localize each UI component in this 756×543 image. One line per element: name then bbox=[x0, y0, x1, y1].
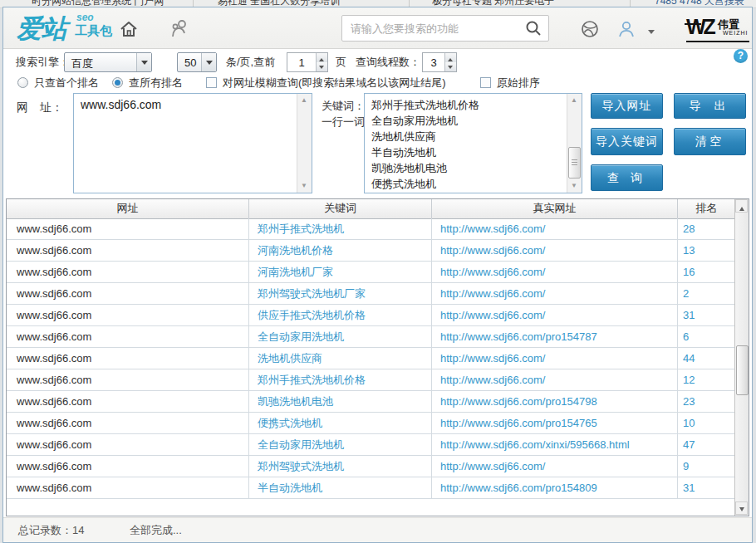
cell-keyword: 河南洗地机厂家 bbox=[249, 262, 432, 283]
column-header-rank[interactable]: 排名 bbox=[678, 199, 735, 218]
url-scrollbar: ▲ ▼ bbox=[297, 94, 312, 193]
cell-url: www.sdj66.com bbox=[7, 434, 249, 456]
cell-keyword: 半自动洗地机 bbox=[249, 477, 432, 499]
scroll-down-icon[interactable]: ▼ bbox=[567, 179, 581, 193]
cell-url: www.sdj66.com bbox=[7, 218, 249, 240]
cell-rank: 2 bbox=[678, 283, 735, 305]
cell-keyword: 便携式洗地机 bbox=[249, 413, 432, 434]
scroll-down-icon[interactable] bbox=[735, 501, 748, 515]
cell-url: www.sdj66.com bbox=[7, 413, 249, 434]
radio-all-ranks-label[interactable]: 查所有排名 bbox=[129, 76, 183, 90]
cell-url: www.sdj66.com bbox=[7, 262, 249, 283]
brand-wz-text: WZ bbox=[686, 16, 714, 37]
cell-real-url: http://www.sdj66.com/ bbox=[432, 456, 678, 477]
import-urls-button[interactable]: 导入网址 bbox=[591, 93, 663, 119]
scrollbar-thumb[interactable] bbox=[736, 345, 749, 395]
query-button[interactable]: 查 询 bbox=[591, 164, 663, 191]
table-row[interactable]: www.sdj66.com 郑州驾驶式洗地机 http://www.sdj66.… bbox=[7, 456, 735, 477]
user-account-icon[interactable] bbox=[616, 19, 638, 41]
scroll-up-icon[interactable]: ▲ bbox=[567, 94, 581, 107]
cell-keyword: 供应手推式洗地机价格 bbox=[249, 305, 432, 326]
cell-rank: 47 bbox=[678, 434, 735, 456]
cell-real-url: http://www.sdj66.com/pro154809 bbox=[432, 477, 678, 499]
dropdown-arrow-zone bbox=[136, 53, 151, 71]
url-textarea[interactable]: www.sdj66.com ▲ ▼ bbox=[73, 93, 312, 193]
table-row[interactable]: www.sdj66.com 半自动洗地机 http://www.sdj66.co… bbox=[7, 477, 735, 499]
table-row[interactable]: www.sdj66.com 洗地机供应商 http://www.sdj66.co… bbox=[7, 348, 735, 369]
keywords-textarea[interactable]: 郑州手推式洗地机价格 全自动家用洗地机 洗地机供应商 半自动洗地机 凯驰洗地机电… bbox=[364, 93, 582, 193]
radio-first-rank-label[interactable]: 只查首个排名 bbox=[34, 76, 99, 90]
threads-stepper[interactable]: 3 bbox=[422, 52, 457, 72]
checkbox-original-order[interactable] bbox=[480, 77, 491, 88]
column-header-keyword[interactable]: 关键词 bbox=[249, 199, 432, 218]
chevron-down-icon[interactable] bbox=[648, 30, 655, 37]
cell-url: www.sdj66.com bbox=[7, 283, 249, 305]
column-header-real-url[interactable]: 真实网址 bbox=[432, 199, 678, 218]
radio-first-rank-only[interactable] bbox=[17, 77, 28, 88]
table-row[interactable]: www.sdj66.com 全自动家用洗地机 http://www.sdj66.… bbox=[7, 434, 735, 456]
clear-button[interactable]: 清空 bbox=[674, 128, 746, 155]
logo-text: 爱站 bbox=[17, 12, 66, 46]
table-row[interactable]: www.sdj66.com 供应手推式洗地机价格 http://www.sdj6… bbox=[7, 305, 735, 326]
cell-keyword: 全自动家用洗地机 bbox=[249, 326, 432, 348]
weizhi-brand-logo: WZ 伟置 WEIZHI bbox=[686, 16, 749, 42]
aizhan-logo[interactable]: 爱站 seo 工具包 bbox=[17, 12, 116, 45]
scroll-down-icon[interactable]: ▼ bbox=[297, 179, 311, 193]
cell-url: www.sdj66.com bbox=[7, 348, 249, 369]
per-page-label: 条/页,查前 bbox=[226, 52, 275, 72]
search-engine-select[interactable]: 百度 bbox=[64, 52, 152, 72]
stepper-buttons bbox=[316, 53, 327, 71]
user-link-icon[interactable] bbox=[168, 18, 189, 40]
status-bar: 总记录数：14 全部完成... bbox=[3, 517, 752, 542]
results-table: 网址 关键词 真实网址 排名 www.sdj66.com 郑州手推式洗地机 ht… bbox=[6, 198, 749, 516]
brand-decor bbox=[685, 23, 701, 25]
stepper-down-icon[interactable] bbox=[317, 62, 327, 71]
stepper-down-icon[interactable] bbox=[445, 62, 456, 71]
cell-rank: 31 bbox=[678, 305, 735, 326]
table-row[interactable]: www.sdj66.com 河南洗地机价格 http://www.sdj66.c… bbox=[7, 240, 735, 262]
cell-real-url: http://www.sdj66.com/pro154765 bbox=[432, 413, 678, 434]
home-icon[interactable] bbox=[118, 18, 140, 40]
pages-count-stepper[interactable]: 1 bbox=[287, 52, 328, 72]
keywords-note-label: 一行一词 bbox=[322, 115, 365, 130]
search-input[interactable] bbox=[349, 18, 518, 38]
thumb-grip bbox=[572, 159, 577, 166]
cell-rank: 6 bbox=[678, 326, 735, 348]
results-per-page-select[interactable]: 50 bbox=[177, 52, 217, 72]
logo-toolkit-text: 工具包 bbox=[75, 23, 112, 39]
table-row[interactable]: www.sdj66.com 郑州手推式洗地机 http://www.sdj66.… bbox=[7, 218, 735, 240]
keywords-textarea-value: 郑州手推式洗地机价格 全自动家用洗地机 洗地机供应商 半自动洗地机 凯驰洗地机电… bbox=[371, 97, 565, 189]
help-icon[interactable]: ? bbox=[734, 49, 748, 63]
table-row[interactable]: www.sdj66.com 便携式洗地机 http://www.sdj66.co… bbox=[7, 413, 735, 434]
cell-rank: 12 bbox=[678, 369, 735, 391]
table-row[interactable]: www.sdj66.com 全自动家用洗地机 http://www.sdj66.… bbox=[7, 326, 735, 348]
radio-all-ranks[interactable] bbox=[112, 77, 123, 88]
checkbox-fuzzy-url-match[interactable] bbox=[206, 77, 217, 88]
cell-url: www.sdj66.com bbox=[7, 391, 249, 413]
export-button[interactable]: 导 出 bbox=[674, 93, 746, 119]
table-row[interactable]: www.sdj66.com 郑州驾驶式洗地机厂家 http://www.sdj6… bbox=[7, 283, 735, 305]
import-keywords-button[interactable]: 导入关键词 bbox=[591, 128, 663, 155]
scroll-up-icon[interactable] bbox=[735, 199, 748, 213]
dribbble-icon[interactable] bbox=[580, 19, 601, 41]
pages-count-value: 1 bbox=[287, 56, 316, 69]
cell-rank: 10 bbox=[678, 413, 735, 434]
table-row[interactable]: www.sdj66.com 郑州手推式洗地机价格 http://www.sdj6… bbox=[7, 369, 735, 391]
table-row[interactable]: www.sdj66.com 凯驰洗地机电池 http://www.sdj66.c… bbox=[7, 391, 735, 413]
chevron-down-icon bbox=[206, 61, 213, 68]
cell-keyword: 洗地机供应商 bbox=[249, 348, 432, 369]
cell-real-url: http://www.sdj66.com/ bbox=[432, 369, 678, 391]
search-icon[interactable] bbox=[525, 20, 542, 37]
checkbox-fuzzy-url-label[interactable]: 对网址模糊查询(即搜索结果域名以该网址结尾) bbox=[223, 76, 446, 90]
checkbox-original-order-label[interactable]: 原始排序 bbox=[497, 76, 540, 90]
scroll-up-icon[interactable]: ▲ bbox=[297, 94, 311, 107]
table-vertical-scrollbar[interactable] bbox=[734, 199, 749, 516]
cell-url: www.sdj66.com bbox=[7, 456, 249, 477]
scrollbar-thumb[interactable] bbox=[568, 147, 581, 179]
cell-rank: 23 bbox=[678, 391, 735, 413]
table-row[interactable]: www.sdj66.com 河南洗地机厂家 http://www.sdj66.c… bbox=[7, 262, 735, 283]
app-window: 爱站 seo 工具包 bbox=[2, 7, 753, 543]
column-header-url[interactable]: 网址 bbox=[7, 199, 249, 218]
status-message: 全部完成... bbox=[130, 518, 182, 542]
cell-rank: 28 bbox=[678, 218, 735, 240]
